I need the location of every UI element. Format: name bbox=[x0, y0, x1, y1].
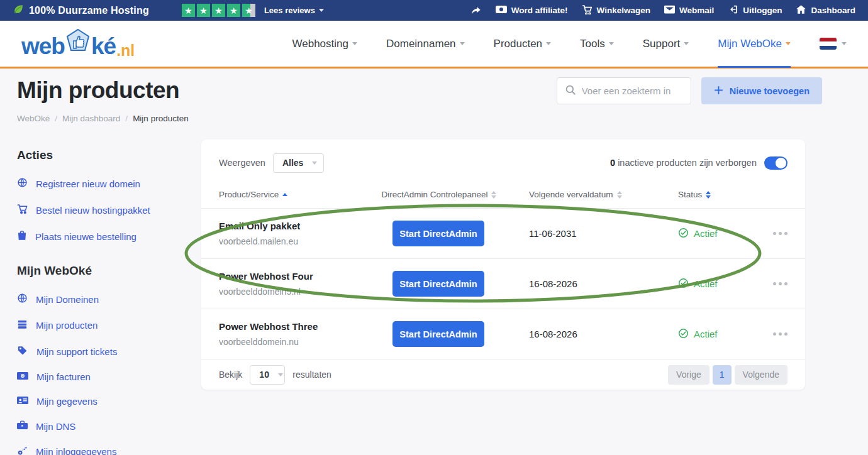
star-icon: ★ bbox=[212, 4, 225, 17]
next-page-button[interactable]: Volgende bbox=[735, 365, 787, 385]
netherlands-flag-icon bbox=[820, 38, 837, 50]
webmail-link[interactable]: Webmail bbox=[664, 5, 714, 16]
column-header-directadmin[interactable]: DirectAdmin Controlepaneel bbox=[370, 190, 508, 199]
sidebar-item-mijn-producten[interactable]: Mijn producten bbox=[17, 319, 201, 331]
sidebar-item-label: Mijn facturen bbox=[36, 371, 91, 382]
search-input[interactable] bbox=[582, 85, 683, 96]
leaf-icon bbox=[13, 3, 25, 18]
product-domain: voorbeeld.mailen.eu bbox=[219, 236, 370, 246]
sidebar: Acties Registreer nieuw domein Bestel ni… bbox=[0, 140, 201, 455]
breadcrumb-dashboard[interactable]: Mijn dashboard bbox=[62, 114, 120, 123]
chevron-down-icon bbox=[684, 42, 689, 45]
banknote-icon: 0 bbox=[17, 371, 28, 382]
table-row: Power Webhost Four voorbeelddomein5.nl S… bbox=[201, 259, 805, 309]
chevron-down-icon bbox=[546, 42, 551, 45]
pagesize-value: 10 bbox=[259, 370, 269, 380]
id-card-icon bbox=[17, 396, 28, 407]
cart-icon bbox=[582, 4, 593, 16]
camera-icon bbox=[496, 5, 507, 16]
add-new-button[interactable]: Nieuwe toevoegen bbox=[701, 77, 822, 104]
toolbox-icon bbox=[17, 420, 28, 432]
sidebar-item-registreer-domein[interactable]: Registreer nieuw domein bbox=[17, 177, 201, 190]
envelope-icon bbox=[664, 5, 675, 16]
table-row: Email Only pakket voorbeeld.mailen.eu St… bbox=[201, 209, 805, 259]
language-selector[interactable] bbox=[820, 38, 847, 50]
sidebar-item-mijn-gegevens[interactable]: Mijn gegevens bbox=[17, 396, 201, 407]
check-circle-icon bbox=[678, 228, 689, 240]
current-page-button[interactable]: 1 bbox=[713, 365, 732, 385]
reviews-link[interactable]: Lees reviews bbox=[264, 6, 324, 15]
column-header-status[interactable]: Status bbox=[656, 190, 744, 199]
logout-label: Uitloggen bbox=[743, 6, 782, 15]
row-actions-menu[interactable] bbox=[744, 232, 787, 235]
column-header-vervaldatum[interactable]: Volgende vervaldatum bbox=[508, 190, 656, 199]
nav-item-mijn-weboke[interactable]: Mijn WebOke bbox=[718, 22, 791, 68]
sidebar-item-mijn-facturen[interactable]: 0 Mijn facturen bbox=[17, 371, 201, 382]
page-title: Mijn producten bbox=[17, 77, 189, 104]
row-actions-menu[interactable] bbox=[744, 282, 787, 285]
sort-icon bbox=[282, 193, 287, 196]
due-date: 11-06-2031 bbox=[508, 228, 656, 239]
sign-out-icon bbox=[728, 4, 738, 16]
nav-item-domeinnamen[interactable]: Domeinnamen bbox=[386, 21, 465, 67]
sidebar-item-bestel-hostingpakket[interactable]: Bestel nieuw hostingpakket bbox=[17, 204, 201, 216]
sidebar-item-mijn-domeinen[interactable]: Mijn Domeinen bbox=[17, 293, 201, 305]
start-directadmin-button[interactable]: Start DirectAdmin bbox=[392, 221, 484, 246]
pagesize-select[interactable]: 10 bbox=[250, 365, 285, 385]
nav-label: Support bbox=[643, 38, 681, 50]
filter-select[interactable]: Alles bbox=[273, 153, 324, 173]
star-icon: ★ bbox=[227, 4, 240, 17]
sidebar-item-mijn-inloggegevens[interactable]: Mijn inloggegevens bbox=[17, 446, 201, 455]
pagination: Vorige 1 Volgende bbox=[668, 365, 787, 385]
dashboard-link[interactable]: Dashboard bbox=[796, 4, 855, 16]
trustpilot-stars: ★ ★ ★ ★ ★ bbox=[182, 4, 255, 17]
server-icon bbox=[17, 319, 28, 331]
tagline-text: 100% Duurzame Hosting bbox=[29, 5, 149, 16]
toggle-knob bbox=[776, 158, 786, 168]
nav-item-producten[interactable]: Producten bbox=[494, 21, 552, 67]
nav-item-support[interactable]: Support bbox=[643, 21, 689, 67]
tag-icon bbox=[17, 345, 28, 358]
column-header-product-service[interactable]: Product/Service bbox=[219, 190, 370, 199]
plus-icon bbox=[714, 85, 723, 97]
start-directadmin-button[interactable]: Start DirectAdmin bbox=[392, 321, 484, 347]
cart-icon bbox=[17, 204, 28, 216]
logo-text-web: web bbox=[21, 33, 65, 60]
nav-item-webhosting[interactable]: Webhosting bbox=[292, 21, 357, 67]
logout-link[interactable]: Uitloggen bbox=[728, 4, 782, 16]
sidebar-heading-acties: Acties bbox=[17, 148, 201, 162]
affiliate-link[interactable]: Word affiliate! bbox=[496, 5, 568, 16]
table-header: Product/Service DirectAdmin Controlepane… bbox=[201, 181, 805, 209]
breadcrumb-home[interactable]: WebOké bbox=[17, 114, 50, 123]
nav-item-tools[interactable]: Tools bbox=[580, 21, 614, 67]
logo-text-ke: ké bbox=[91, 33, 116, 60]
product-name: Power Webhost Four bbox=[219, 271, 370, 282]
previous-page-button[interactable]: Vorige bbox=[668, 365, 709, 385]
globe-icon bbox=[17, 293, 28, 305]
chevron-down-icon bbox=[460, 42, 465, 45]
status-badge: Actief bbox=[656, 278, 744, 290]
share-button[interactable] bbox=[470, 6, 482, 16]
logo[interactable]: web ké .nl bbox=[21, 28, 135, 60]
sidebar-item-mijn-dns[interactable]: Mijn DNS bbox=[17, 420, 201, 432]
cart-link[interactable]: Winkelwagen bbox=[582, 4, 650, 16]
chevron-down-icon bbox=[319, 9, 324, 12]
sidebar-item-label: Plaats nieuwe bestelling bbox=[35, 231, 136, 242]
shopping-bag-icon bbox=[17, 230, 27, 243]
filter-label: Weergeven bbox=[219, 158, 265, 168]
row-actions-menu[interactable] bbox=[744, 332, 787, 336]
sort-icon bbox=[706, 191, 711, 199]
nav-menu: Webhosting Domeinnamen Producten Tools S… bbox=[292, 21, 847, 67]
start-directadmin-button[interactable]: Start DirectAdmin bbox=[392, 271, 484, 297]
nav-label: Webhosting bbox=[292, 38, 348, 50]
due-date: 16-08-2026 bbox=[508, 278, 656, 289]
hidden-products-text: 0 inactieve producten zijn verborgen bbox=[610, 158, 757, 168]
sidebar-item-mijn-support-tickets[interactable]: Mijn support tickets bbox=[17, 345, 201, 358]
chevron-down-icon bbox=[312, 162, 317, 165]
globe-icon bbox=[17, 177, 28, 190]
hide-inactive-toggle[interactable] bbox=[764, 156, 787, 170]
sidebar-item-plaats-bestelling[interactable]: Plaats nieuwe bestelling bbox=[17, 230, 201, 243]
status-label: Actief bbox=[694, 329, 718, 339]
chevron-down-icon bbox=[786, 42, 791, 45]
webmail-label: Webmail bbox=[679, 6, 714, 15]
